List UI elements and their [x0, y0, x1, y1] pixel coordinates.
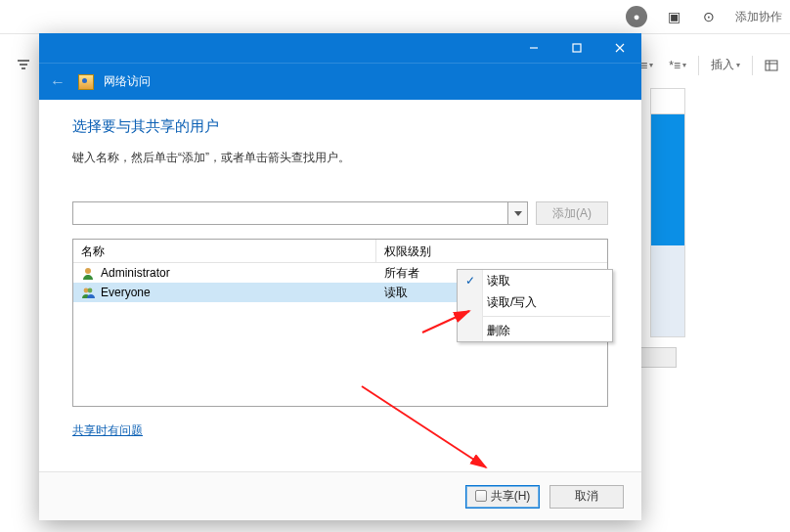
- page-heading: 选择要与其共享的用户: [72, 117, 608, 136]
- group-icon: [81, 286, 95, 299]
- permission-menu: ✓ 读取 读取/写入 删除: [457, 269, 613, 342]
- permission-value: 读取: [384, 285, 408, 301]
- svg-point-2: [85, 268, 91, 274]
- play-icon[interactable]: ⊙: [700, 8, 718, 25]
- help-link[interactable]: 共享时有问题: [72, 422, 608, 439]
- insert-button[interactable]: 插入▾: [705, 54, 746, 76]
- maximize-button[interactable]: [555, 33, 598, 63]
- cancel-button[interactable]: 取消: [549, 485, 624, 509]
- check-icon: ✓: [465, 274, 475, 288]
- table-icon[interactable]: [759, 56, 784, 75]
- titlebar: [39, 33, 641, 63]
- user-name: Administrator: [101, 266, 170, 280]
- permission-option-read[interactable]: ✓ 读取: [458, 270, 612, 291]
- chat-icon[interactable]: ▣: [665, 8, 682, 25]
- user-combobox[interactable]: [72, 201, 528, 225]
- column-header-name[interactable]: 名称: [73, 240, 376, 262]
- share-button[interactable]: 共享(H): [465, 485, 540, 509]
- user-name: Everyone: [101, 286, 151, 299]
- column-header-permission[interactable]: 权限级别: [376, 240, 607, 262]
- header-bar: ← 网络访问: [39, 63, 641, 100]
- list-style-button[interactable]: *≡▾: [663, 56, 692, 75]
- window-title: 网络访问: [104, 73, 151, 90]
- svg-point-4: [88, 288, 93, 293]
- dialog-footer: 共享(H) 取消: [39, 471, 641, 520]
- svg-rect-0: [766, 61, 777, 70]
- filter-icon[interactable]: [10, 54, 37, 77]
- permission-option-delete[interactable]: 删除: [458, 320, 612, 341]
- close-button[interactable]: [598, 33, 641, 63]
- user-avatar[interactable]: ●: [626, 6, 647, 27]
- minimize-button[interactable]: [512, 33, 555, 63]
- back-arrow-icon[interactable]: ←: [47, 71, 68, 93]
- user-icon: [81, 266, 95, 280]
- permission-value: 所有者: [384, 265, 419, 282]
- add-button: 添加(A): [536, 201, 608, 225]
- background-panel: [650, 88, 685, 337]
- svg-rect-1: [573, 44, 581, 52]
- network-access-icon: [78, 74, 94, 90]
- permission-option-readwrite[interactable]: 读取/写入: [458, 291, 612, 313]
- combobox-dropdown-button[interactable]: [507, 202, 527, 224]
- page-subtext: 键入名称，然后单击“添加”，或者单击箭头查找用户。: [72, 150, 608, 166]
- add-collaborator-button[interactable]: 添加协作: [735, 9, 782, 25]
